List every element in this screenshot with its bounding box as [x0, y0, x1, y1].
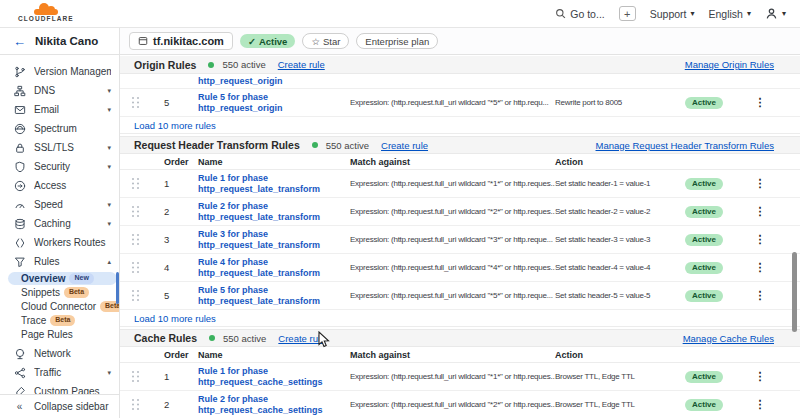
drag-handle-icon[interactable] — [132, 399, 140, 410]
language-label: English — [709, 8, 743, 20]
drag-handle-icon[interactable] — [132, 234, 140, 245]
drag-handle-icon[interactable] — [132, 97, 140, 108]
sidebar-item-cloud-connector[interactable]: Cloud ConnectorBeta — [8, 300, 117, 313]
network-icon — [13, 348, 26, 360]
sidebar-item-email[interactable]: Email▾ — [0, 100, 119, 119]
language-menu[interactable]: English ▾ — [709, 8, 751, 20]
sidebar-item-workers-routes[interactable]: Workers Routes — [0, 233, 119, 252]
drag-handle-icon[interactable] — [132, 178, 140, 189]
section-status: 550 active — [326, 140, 369, 151]
load-more-link[interactable]: Load 10 more rules — [134, 120, 216, 131]
rule-name-line1: Rule 2 for phase — [198, 394, 350, 405]
rule-order: 5 — [164, 290, 198, 301]
manage-rules-link[interactable]: Manage Origin Rules — [685, 59, 774, 70]
sidebar-item-access[interactable]: Access — [0, 176, 119, 195]
sidebar-item-spectrum[interactable]: Spectrum — [0, 119, 119, 138]
sidebar-item-custom-pages[interactable]: Custom Pages — [0, 382, 119, 394]
sidebar-item-network[interactable]: Network — [0, 344, 119, 363]
custom-pages-icon — [13, 386, 26, 395]
drag-handle-icon[interactable] — [132, 206, 140, 217]
kebab-menu-icon[interactable]: ⋮ — [755, 233, 766, 246]
rule-name-link[interactable]: Rule 1 for phasehttp_request_late_transf… — [198, 173, 350, 195]
drag-handle-icon[interactable] — [132, 290, 140, 301]
create-rule-link[interactable]: Create rule — [278, 333, 325, 344]
rule-order: 1 — [164, 371, 198, 382]
sidebar-item-traffic[interactable]: Traffic▾ — [0, 363, 119, 382]
rule-name-link[interactable]: Rule 4 for phasehttp_request_late_transf… — [198, 257, 350, 279]
rule-order: 4 — [164, 262, 198, 273]
sidebar-item-security[interactable]: Security▾ — [0, 157, 119, 176]
kebab-menu-icon[interactable]: ⋮ — [755, 96, 766, 109]
back-arrow-icon[interactable]: ← — [13, 35, 26, 48]
rule-action: Rewrite port to 8005 — [555, 98, 685, 107]
sidebar-item-label: Spectrum — [34, 123, 111, 134]
star-button[interactable]: ☆ Star — [302, 33, 349, 49]
load-more-link[interactable]: Load 10 more rules — [134, 313, 216, 324]
sidebar-subitem-label: Snippets — [21, 287, 60, 298]
chevron-down-icon: ▾ — [107, 144, 111, 152]
kebab-menu-icon[interactable]: ⋮ — [755, 261, 766, 274]
rule-name-link[interactable]: Rule 3 for phasehttp_request_late_transf… — [198, 229, 350, 251]
active-badge: Active — [685, 97, 723, 109]
add-button[interactable]: + — [619, 6, 636, 21]
table-row: 5Rule 5 for phasehttp_request_originExpr… — [120, 89, 800, 117]
sidebar-item-label: DNS — [34, 85, 99, 96]
kebab-menu-icon[interactable]: ⋮ — [755, 289, 766, 302]
rule-name-link[interactable]: Rule 2 for phasehttp_request_cache_setti… — [198, 394, 350, 416]
table-row: 1Rule 1 for phasehttp_request_late_trans… — [120, 170, 800, 198]
sidebar-scrollbar[interactable] — [116, 272, 119, 304]
rule-name-link[interactable]: Rule 1 for phasehttp_request_cache_setti… — [198, 366, 350, 388]
active-status-dot-icon — [312, 142, 318, 148]
git-branch-icon — [13, 66, 26, 78]
kebab-menu-icon[interactable]: ⋮ — [755, 177, 766, 190]
manage-rules-link[interactable]: Manage Cache Rules — [683, 333, 774, 344]
sidebar-item-speed[interactable]: Speed▾ — [0, 195, 119, 214]
sidebar-item-page-rules[interactable]: Page Rules — [8, 328, 117, 341]
support-label: Support — [650, 8, 687, 20]
drag-handle-icon[interactable] — [132, 371, 140, 382]
kebab-menu-icon[interactable]: ⋮ — [755, 370, 766, 383]
section-title: Cache Rules — [134, 332, 197, 344]
star-icon: ☆ — [311, 36, 320, 47]
rule-name-link[interactable]: Rule 2 for phasehttp_request_late_transf… — [198, 201, 350, 223]
sidebar-item-dns[interactable]: DNS▾ — [0, 81, 119, 100]
check-icon: ✓ — [248, 36, 256, 47]
create-rule-link[interactable]: Create rule — [278, 59, 325, 70]
sidebar-item-rules[interactable]: Rules▴ — [0, 252, 119, 271]
goto-label: Go to... — [570, 8, 604, 20]
page-scrollbar-thumb[interactable] — [792, 252, 797, 332]
section-title: Origin Rules — [134, 59, 196, 71]
rule-name-line1: Rule 1 for phase — [198, 366, 350, 377]
manage-rules-link[interactable]: Manage Request Header Transform Rules — [596, 140, 774, 151]
section-header-cache-rules: Cache Rules550 activeCreate ruleManage C… — [120, 329, 800, 347]
sidebar-item-label: Caching — [34, 218, 99, 229]
active-badge: Active — [685, 178, 723, 190]
sidebar-item-overview[interactable]: OverviewNew — [8, 272, 117, 285]
zone-selector[interactable]: tf.nikitac.com — [129, 32, 233, 50]
sidebar-item-snippets[interactable]: SnippetsBeta — [8, 286, 117, 299]
caching-icon — [13, 218, 26, 230]
create-rule-link[interactable]: Create rule — [381, 140, 428, 151]
account-menu[interactable]: ▾ — [765, 7, 786, 20]
sidebar-item-caching[interactable]: Caching▾ — [0, 214, 119, 233]
sidebar-item-label: Security — [34, 161, 99, 172]
collapse-sidebar-button[interactable]: « Collapse sidebar — [0, 394, 119, 418]
sidebar-item-label: Access — [34, 180, 111, 191]
sidebar-item-ssl-tls[interactable]: SSL/TLS▾ — [0, 138, 119, 157]
rule-name-line1: Rule 3 for phase — [198, 229, 350, 240]
kebab-menu-icon[interactable]: ⋮ — [755, 398, 766, 411]
kebab-menu-icon[interactable]: ⋮ — [755, 205, 766, 218]
sidebar-item-trace[interactable]: TraceBeta — [8, 314, 117, 327]
goto-search[interactable]: Go to... — [555, 8, 604, 20]
rule-name-link[interactable]: Rule 5 for phasehttp_request_origin — [198, 92, 350, 114]
chevron-down-icon: ▾ — [107, 163, 111, 171]
support-menu[interactable]: Support ▾ — [650, 8, 695, 20]
rule-name-link[interactable]: Rule 5 for phasehttp_request_late_transf… — [198, 285, 350, 307]
chevron-down-icon: ▾ — [107, 87, 111, 95]
section-header-origin-rules: Origin Rules550 activeCreate ruleManage … — [120, 56, 800, 74]
rule-name-line2: http_request_late_transform — [198, 268, 350, 279]
rule-name-link[interactable]: http_request_origin — [198, 76, 350, 87]
drag-handle-icon[interactable] — [132, 262, 140, 273]
sidebar-item-version-management[interactable]: Version Management — [0, 62, 119, 81]
workers-icon — [13, 237, 26, 249]
